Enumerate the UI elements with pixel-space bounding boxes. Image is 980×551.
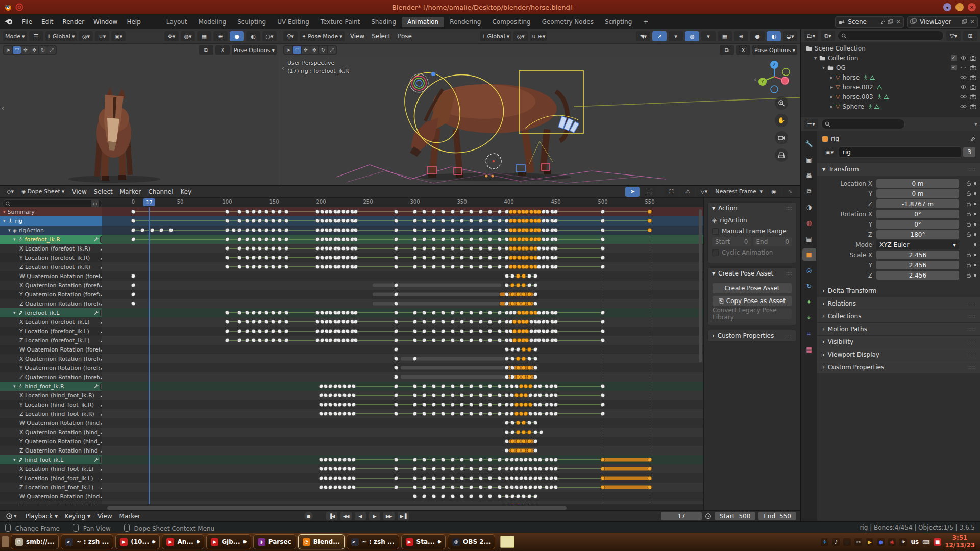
keyframe[interactable] [258,311,262,315]
keyframe[interactable] [342,393,347,398]
properties-tab-bone[interactable]: ⌖ [802,312,816,324]
keyframe[interactable] [150,228,154,233]
keyframe[interactable] [225,256,230,260]
keyframe[interactable] [258,320,262,324]
keyframe[interactable] [450,458,455,462]
proportional-edit-icon[interactable]: ◉▾ [111,31,126,41]
select-tool-icons[interactable]: ➤ ⬚ ✛ ✥ ↻ ⤢ [283,45,337,55]
keyframe[interactable] [537,393,542,398]
keyframe[interactable] [315,311,320,315]
expand-arrow-icon[interactable]: ▾ [3,218,6,223]
keyframe[interactable] [522,347,526,352]
keyframe[interactable] [554,265,558,269]
keyframe[interactable] [536,320,541,324]
keyframe[interactable] [244,265,249,269]
keyframe[interactable] [237,246,241,251]
keyframe[interactable] [413,228,418,233]
filter-funnel-dropdown[interactable]: ▽▾ [697,187,711,197]
keyframe[interactable] [516,421,521,425]
frame-end-field[interactable]: End550 [758,512,796,520]
channel-track-z-quaternion-rotation-hind-foot-ik-r-[interactable] [102,446,703,455]
files-launcher-icon[interactable] [2,536,9,547]
properties-tab-output[interactable]: 🖶 [802,169,816,182]
keyframe[interactable] [264,219,269,223]
keyframe[interactable] [336,237,341,242]
keyframe[interactable] [522,366,526,370]
keyframe[interactable] [237,228,241,233]
keyframe[interactable] [237,265,241,269]
keyframe[interactable] [524,476,528,481]
workspace-tab-scripting[interactable]: Scripting [599,17,638,27]
keyframe[interactable] [510,347,515,352]
keyframe[interactable] [413,237,418,242]
keyframe[interactable] [441,329,446,334]
keyframe[interactable] [264,228,269,233]
keyframe[interactable] [450,311,455,315]
channel-track-z-location-hind-foot-ik-l-[interactable] [102,483,703,492]
menu-help[interactable]: Help [122,18,145,26]
channel-z-location-forefoot-ik-r-[interactable]: Z Location (forefoot_ik.R)✓ [0,262,102,271]
rotate-tool-icon[interactable]: ↻ [319,46,327,54]
hide-viewport-eye-icon[interactable] [960,56,967,60]
keyframe[interactable] [347,485,352,490]
cyclic-animation-checkbox[interactable] [712,249,719,256]
keyframe[interactable] [394,320,399,324]
horizontal-scrollbar[interactable] [107,506,567,510]
keyframe[interactable] [527,302,532,306]
keyframe[interactable] [522,430,526,435]
keyframe[interactable] [342,485,347,490]
keyframe[interactable] [478,265,483,269]
keyframe[interactable] [514,467,519,471]
keyframe[interactable] [324,485,328,490]
keyframe[interactable] [328,256,333,260]
panel-header-relations[interactable]: ›Relations:::: [817,297,980,310]
keyframe[interactable] [478,228,483,233]
keyframe[interactable] [431,237,436,242]
toolbar-collapse-chevron[interactable]: ‹ [2,105,4,112]
keyframe[interactable] [450,320,455,324]
properties-tab-viewlayer[interactable]: ⧉ [802,185,816,197]
keyframe[interactable] [510,375,515,380]
keyframe[interactable] [352,458,356,462]
keyframe[interactable] [345,256,350,260]
keyframe[interactable] [441,485,446,490]
keyframe[interactable] [549,384,553,389]
keyframe[interactable] [524,320,529,324]
keyframe[interactable] [497,494,502,499]
keyframe[interactable] [536,210,541,214]
keyframe[interactable] [315,329,320,334]
keyframe[interactable] [251,219,256,223]
transform-panel-header[interactable]: ▾ Transform :::: [817,163,980,176]
tray-icon-6[interactable]: ◉ [888,538,896,546]
keyframe[interactable] [549,458,553,462]
channel-y-location-forefoot-ik-r-[interactable]: Y Location (forefoot_ik.R)✓ [0,253,102,262]
disable-render-camera-icon[interactable] [970,85,976,90]
jump-to-end-button[interactable]: ▶▐ [398,512,409,520]
keyframe[interactable] [545,265,550,269]
keyframe[interactable] [319,393,324,398]
taskbar-app-parsec[interactable]: ◗Parsec [253,534,296,549]
keyframe[interactable] [284,219,288,223]
outliner-row-og[interactable]: ▾OG✓ [801,63,980,72]
keyframe[interactable] [478,210,483,214]
keyframe[interactable] [537,403,542,407]
object-name-field[interactable]: rig [839,146,961,158]
timeline-ruler[interactable]: 05010015020025030035040045050055017 [102,198,703,208]
keyframe[interactable] [431,256,436,260]
object-mode-icon[interactable]: ⚲▾ [283,31,298,41]
keyframe[interactable] [394,338,399,343]
keyframe[interactable] [271,237,276,242]
keyframe[interactable] [225,320,230,324]
keyframe[interactable] [354,311,358,315]
keyframe[interactable] [514,393,519,398]
keyframe[interactable] [505,448,509,453]
keyframe[interactable] [469,311,474,315]
keyframe[interactable] [394,292,399,297]
keyframe[interactable] [536,338,541,343]
keyframe[interactable] [354,228,358,233]
keyframe[interactable] [488,237,493,242]
properties-tab-bone-constraint[interactable]: ⌗ [802,328,816,340]
keyframe[interactable] [336,338,341,343]
keyframe[interactable] [512,320,517,324]
keyframe[interactable] [533,384,537,389]
